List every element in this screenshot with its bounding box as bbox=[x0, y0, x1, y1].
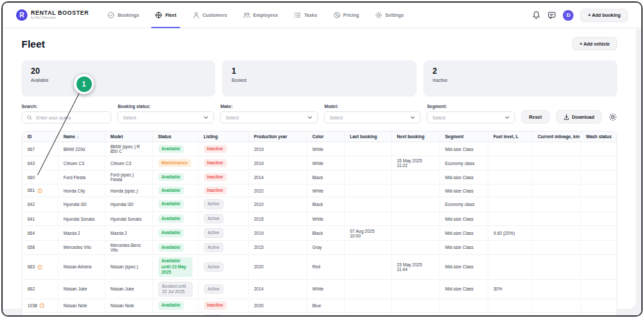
cell-status: Available bbox=[152, 226, 198, 240]
nav-item-tasks[interactable]: Tasks bbox=[294, 3, 317, 28]
user-avatar[interactable]: D bbox=[563, 10, 574, 21]
stat-label: Inactive bbox=[433, 78, 608, 83]
cell-production-year: 2015 bbox=[248, 240, 307, 254]
cell-next-booking bbox=[391, 184, 439, 197]
filter-label: Segment: bbox=[427, 104, 515, 109]
column-header-current-mileage-km[interactable]: Current mileage, km bbox=[532, 131, 580, 142]
select-booking-status[interactable]: Select bbox=[117, 111, 214, 123]
cell-name: Nissan Note bbox=[58, 299, 105, 312]
column-header-model[interactable]: Model bbox=[105, 131, 152, 142]
vehicle-id: 1038 bbox=[28, 303, 37, 308]
chat-icon[interactable] bbox=[547, 11, 556, 19]
vehicle-id: 667 bbox=[28, 147, 35, 152]
table-row[interactable]: 642Hyundai i30Hyundai i30AvailableActive… bbox=[22, 197, 617, 211]
cell-segment: Mid-size Class bbox=[439, 211, 488, 225]
cell-listing: Active bbox=[198, 279, 248, 299]
stat-label: Available bbox=[31, 78, 206, 83]
column-header-name[interactable]: Name↓ bbox=[58, 131, 105, 142]
nav-item-settings[interactable]: Settings bbox=[375, 3, 404, 28]
nav-item-fleet[interactable]: Fleet bbox=[155, 3, 176, 28]
cell-model: Nissan Juke bbox=[105, 279, 152, 299]
cell-listing: Inactive bbox=[198, 299, 248, 312]
add-booking-button[interactable]: + Add booking bbox=[580, 9, 628, 22]
table-row[interactable]: 667BMW 220dBMW (spec.) R 850 CAvailableI… bbox=[22, 142, 617, 156]
top-nav: R RENTAL BOOSTER by Pilot Telematics Boo… bbox=[3, 3, 641, 28]
filter-bar: Search: Booking status:SelectMake:Select… bbox=[21, 104, 617, 123]
vehicle-id: 664 bbox=[28, 231, 35, 235]
cell-fuel-level bbox=[488, 255, 532, 279]
cell-segment: Economy class bbox=[439, 156, 488, 170]
column-header-fuel-level-l[interactable]: Fuel level, L bbox=[488, 131, 532, 142]
column-header-listing[interactable]: Listing bbox=[198, 131, 248, 142]
cell-status: Available bbox=[152, 299, 198, 312]
nav-item-bookings[interactable]: Bookings bbox=[107, 3, 139, 28]
table-row[interactable]: 641Hyundai SonataHyundai SonataAvailable… bbox=[22, 211, 617, 225]
column-header-wash-status[interactable]: Wash status bbox=[580, 131, 617, 142]
search-field[interactable] bbox=[35, 115, 106, 121]
column-header-segment[interactable]: Segment bbox=[439, 131, 488, 142]
cell-id: 641 bbox=[22, 211, 58, 225]
table-row[interactable]: 662Nissan JukeNissan JukeBooked until 22… bbox=[22, 279, 617, 299]
reset-button[interactable]: Reset bbox=[521, 110, 549, 123]
column-header-label: Status bbox=[158, 134, 172, 139]
nav-item-pricing[interactable]: Pricing bbox=[333, 3, 360, 28]
column-header-last-booking[interactable]: Last booking bbox=[344, 131, 391, 142]
column-header-color[interactable]: Color bbox=[307, 131, 344, 142]
cell-last-booking bbox=[344, 184, 391, 197]
table-row[interactable]: 1038!Nissan NoteNissan NoteAvailableInac… bbox=[22, 299, 617, 312]
table-row[interactable]: 664Mazda 2Mazda 2AvailableActive2019Blac… bbox=[22, 226, 617, 240]
select-value: Select bbox=[225, 115, 238, 120]
select-make[interactable]: Select bbox=[220, 111, 318, 123]
table-row[interactable]: 643Citroen C3Citroen C3MaintenanceInacti… bbox=[22, 156, 617, 170]
column-header-id[interactable]: ID bbox=[22, 131, 58, 142]
select-value: Select bbox=[123, 115, 136, 120]
vehicle-id: 641 bbox=[28, 217, 35, 221]
cell-next-booking bbox=[391, 170, 439, 184]
cell-color: White bbox=[307, 211, 344, 225]
cell-model: Mercedes-Benz Vito bbox=[105, 240, 152, 254]
table-header-row: IDName↓ModelStatusListingProduction year… bbox=[22, 131, 617, 142]
table-row[interactable]: 658Mercedes VitoMercedes-Benz VitoAvaila… bbox=[22, 240, 617, 254]
cell-color: Black bbox=[307, 170, 344, 184]
cell-segment: Economy class bbox=[439, 197, 488, 211]
cell-next-booking bbox=[391, 279, 439, 299]
pricing-icon bbox=[333, 11, 341, 19]
column-header-production-year[interactable]: Production year bbox=[248, 131, 307, 142]
stat-cards: 20Available1Booked2Inactive bbox=[21, 60, 617, 97]
cell-name: Mazda 2 bbox=[58, 226, 105, 240]
cell-name: Honda City bbox=[58, 184, 105, 197]
vehicle-id: 663 bbox=[28, 264, 35, 269]
nav-item-employees[interactable]: Employees bbox=[243, 3, 278, 28]
table-row[interactable]: 663!Nissan AlmeraNissan (spec.)Available… bbox=[22, 255, 617, 279]
select-segment[interactable]: Select bbox=[427, 111, 515, 123]
annotation-pin[interactable]: 1 bbox=[73, 73, 95, 95]
select-model[interactable]: Select bbox=[324, 111, 421, 123]
warning-icon: ! bbox=[40, 303, 44, 308]
filter-label: Booking status: bbox=[117, 104, 214, 109]
cell-fuel-level: 9.60 (20%) bbox=[488, 226, 532, 240]
download-button[interactable]: Download bbox=[556, 110, 602, 123]
fleet-table: IDName↓ModelStatusListingProduction year… bbox=[21, 131, 617, 317]
sort-desc-icon[interactable]: ↓ bbox=[76, 134, 79, 139]
search-input[interactable] bbox=[21, 111, 111, 123]
column-header-status[interactable]: Status bbox=[152, 131, 198, 142]
cell-listing: Inactive bbox=[198, 142, 248, 156]
table-settings-gear-icon[interactable] bbox=[608, 113, 617, 121]
cell-current-mileage bbox=[532, 156, 580, 170]
cell-id: 654 bbox=[22, 312, 58, 317]
nav-item-customers[interactable]: Customers bbox=[193, 3, 227, 28]
cell-status: Available bbox=[152, 197, 198, 211]
cell-wash-status bbox=[580, 240, 617, 254]
cell-fuel-level bbox=[488, 170, 532, 184]
cell-listing: Active bbox=[198, 211, 248, 225]
filter-label: Model: bbox=[324, 104, 421, 109]
table-row[interactable]: 660Ford FiestaFord (spec.) FiestaAvailab… bbox=[22, 170, 617, 184]
cell-model: Nissan Note bbox=[105, 299, 152, 312]
table-row[interactable]: 654Skoda OctaviaSkoda OctaviaAvailableAc… bbox=[22, 312, 617, 317]
stat-card-available: 20Available bbox=[21, 60, 215, 97]
column-header-next-booking[interactable]: Next booking bbox=[391, 131, 439, 142]
add-vehicle-button[interactable]: + Add vehicle bbox=[572, 37, 617, 50]
table-row[interactable]: 661!Honda CityHonda (spec.)AvailableInac… bbox=[22, 184, 617, 197]
stat-value: 20 bbox=[31, 66, 206, 76]
notifications-bell-icon[interactable] bbox=[532, 11, 541, 19]
